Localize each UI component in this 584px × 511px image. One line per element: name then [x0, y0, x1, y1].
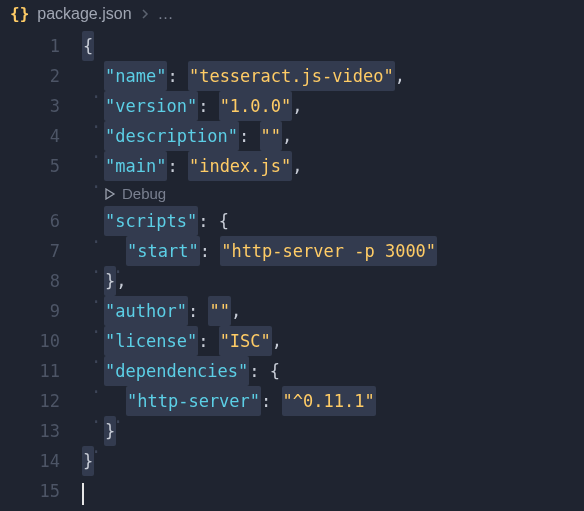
- play-icon: [104, 188, 116, 200]
- line-number: 1: [0, 31, 60, 61]
- line-number: 14: [0, 446, 60, 476]
- text-cursor: [82, 483, 84, 505]
- json-key: "http-server": [126, 386, 261, 416]
- close-brace: }: [104, 266, 116, 296]
- line-number-gutter: 1 2 3 4 5 6 7 8 9 10 11 12 13 14 15: [0, 31, 82, 506]
- open-brace: {: [82, 31, 94, 61]
- line-number: 7: [0, 236, 60, 266]
- debug-codelens[interactable]: Debug: [82, 181, 584, 206]
- close-brace: }: [82, 446, 94, 476]
- code-content[interactable]: { "name": "tesseract.js-video", "version…: [82, 31, 584, 506]
- debug-label: Debug: [122, 181, 166, 206]
- breadcrumb-filename: package.json: [37, 5, 131, 23]
- json-value: "index.js": [188, 151, 292, 181]
- json-key: "start": [126, 236, 200, 266]
- line-number: 11: [0, 356, 60, 386]
- json-key: "version": [104, 91, 198, 121]
- close-brace: }: [104, 416, 116, 446]
- line-number: 4: [0, 121, 60, 151]
- line-number: 15: [0, 476, 60, 506]
- json-key: "description": [104, 121, 239, 151]
- line-number: 3: [0, 91, 60, 121]
- chevron-right-icon: [140, 5, 150, 23]
- code-editor[interactable]: 1 2 3 4 5 6 7 8 9 10 11 12 13 14 15 { "n…: [0, 31, 584, 506]
- json-value: "1.0.0": [219, 91, 293, 121]
- breadcrumb-ellipsis[interactable]: …: [158, 5, 174, 23]
- json-key: "license": [104, 326, 198, 356]
- json-key: "main": [104, 151, 167, 181]
- json-key: "name": [104, 61, 167, 91]
- json-key: "author": [104, 296, 188, 326]
- json-file-icon: {}: [10, 4, 29, 23]
- breadcrumb[interactable]: {} package.json …: [0, 0, 584, 31]
- json-key: "dependencies": [104, 356, 249, 386]
- line-number: 10: [0, 326, 60, 356]
- line-number: 13: [0, 416, 60, 446]
- line-number: 2: [0, 61, 60, 91]
- json-value: "http-server -p 3000": [220, 236, 437, 266]
- line-number: 8: [0, 266, 60, 296]
- line-number: 12: [0, 386, 60, 416]
- json-value: "tesseract.js-video": [188, 61, 395, 91]
- json-value: "ISC": [219, 326, 272, 356]
- json-value: "^0.11.1": [282, 386, 376, 416]
- line-number: 5: [0, 151, 60, 181]
- json-key: "scripts": [104, 206, 198, 236]
- json-value: "": [208, 296, 230, 326]
- json-value: "": [260, 121, 282, 151]
- line-number: 9: [0, 296, 60, 326]
- line-number: 6: [0, 206, 60, 236]
